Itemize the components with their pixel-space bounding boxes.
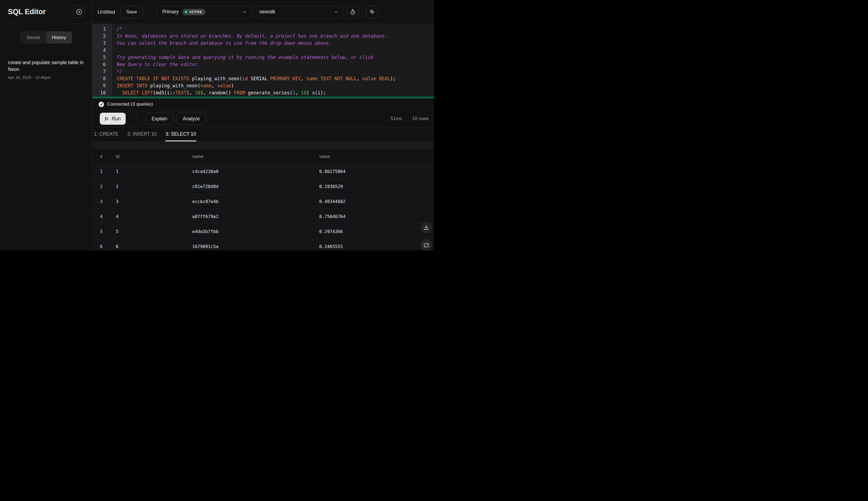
- table-row: 55e4da3b7fbb0.2974366: [92, 224, 434, 239]
- code-line[interactable]: 2In Neon, databases are stored on branch…: [92, 32, 434, 40]
- table-body: 11c4ca4238a00.8627586422c81e728d9d0.1936…: [92, 164, 434, 250]
- sidebar-tab-saved[interactable]: Saved: [20, 31, 46, 44]
- code-line-text: You can select the branch and database t…: [112, 40, 331, 47]
- query-history-button[interactable]: [347, 6, 359, 18]
- table-row: 22c81e728d9d0.1936529: [92, 179, 434, 194]
- code-line-text: */: [112, 68, 122, 75]
- line-number: 5: [92, 54, 112, 61]
- code-line-text: /*: [112, 25, 122, 32]
- explain-button[interactable]: Explain: [145, 113, 173, 125]
- sidebar: SQL Editor SavedHistory create and popul…: [0, 0, 92, 250]
- row-index-cell: 4: [92, 209, 110, 224]
- code-line[interactable]: 10 SELECT LEFT(md5(i::TEXT), 10), random…: [92, 89, 434, 96]
- topbar-divider: [362, 0, 362, 24]
- sql-editor-app: SQL Editor SavedHistory create and popul…: [0, 0, 434, 250]
- database-select[interactable]: neondb: [254, 6, 343, 18]
- table-row: 661679091c5a0.2465555: [92, 239, 434, 250]
- line-number: 4: [92, 47, 112, 54]
- line-number: 10: [92, 89, 112, 96]
- line-number: 3: [92, 40, 112, 47]
- line-number: 7: [92, 68, 112, 75]
- branch-select[interactable]: Primary ACTIVE: [157, 6, 251, 18]
- code-line[interactable]: 4: [92, 47, 434, 54]
- row-index-cell: 2: [92, 179, 110, 194]
- column-header-name: name: [187, 154, 314, 159]
- editor-topbar: Untitled Save Primary ACTIVE neondb: [92, 0, 434, 24]
- history-list: create and populate sample table in Neon…: [0, 52, 92, 80]
- result-tab-1[interactable]: 1: CREATE: [94, 127, 119, 141]
- connection-status-row: Connected (3 queries): [92, 98, 434, 110]
- analyze-button[interactable]: Analyze: [176, 113, 206, 125]
- sparkle-icon: [368, 9, 375, 15]
- code-line-text: INSERT INTO playing_with_neon(name, valu…: [112, 82, 234, 89]
- result-tab-3[interactable]: 3: SELECT 10: [165, 127, 196, 141]
- history-item-timestamp: Apr 16, 2025 - 10:46pm: [8, 75, 87, 80]
- sidebar-header: SQL Editor: [0, 0, 92, 24]
- main-panel: Untitled Save Primary ACTIVE neondb: [92, 0, 434, 250]
- chevron-down-icon: [334, 11, 338, 13]
- download-icon: [423, 225, 429, 231]
- row-index-cell: 1: [92, 164, 110, 179]
- table-cell: c81e728d9d: [187, 184, 314, 189]
- play-icon: [105, 117, 109, 121]
- column-header-id: id: [110, 154, 187, 159]
- ai-assist-button[interactable]: [366, 6, 378, 18]
- table-cell: 1679091c5a: [187, 244, 314, 249]
- code-line[interactable]: 7*/: [92, 68, 434, 75]
- table-cell: eccbc87e4b: [187, 199, 314, 204]
- table-header-row: # id name value: [92, 149, 434, 164]
- line-number: 2: [92, 32, 112, 40]
- query-row-count: 10 rows: [412, 116, 429, 121]
- download-results-button[interactable]: [420, 222, 432, 234]
- code-editor[interactable]: 1/*2In Neon, databases are stored on bra…: [92, 24, 434, 97]
- result-tab-2[interactable]: 2: INSERT 10: [127, 127, 157, 141]
- query-meta: 51ms 10 rows: [391, 116, 429, 121]
- line-number: 8: [92, 75, 112, 82]
- table-cell: 0.2974366: [314, 229, 434, 234]
- active-statement-highlight: [92, 97, 434, 98]
- table-cell: 6: [110, 244, 187, 249]
- code-lines: 1/*2In Neon, databases are stored on bra…: [92, 25, 434, 96]
- line-number: 1: [92, 25, 112, 32]
- active-status-dot: [185, 11, 187, 13]
- query-title: Untitled: [98, 9, 115, 15]
- expand-results-button[interactable]: [420, 239, 432, 250]
- result-tabs: 1: CREATE2: INSERT 103: SELECT 10: [92, 127, 434, 142]
- history-item[interactable]: create and populate sample table in Neon…: [8, 59, 87, 80]
- code-line[interactable]: 9INSERT INTO playing_with_neon(name, val…: [92, 82, 434, 89]
- save-button[interactable]: Save: [120, 6, 143, 18]
- table-cell: 0.40344602: [314, 199, 434, 204]
- code-line-text: SELECT LEFT(md5(i::TEXT), 10), random() …: [112, 89, 326, 96]
- run-label: Run: [111, 116, 121, 122]
- code-line[interactable]: 5Try generating sample data and querying…: [92, 54, 434, 61]
- code-line[interactable]: 3You can select the branch and database …: [92, 40, 434, 47]
- new-query-button[interactable]: [73, 6, 85, 18]
- table-cell: 5: [110, 229, 187, 234]
- page-title: SQL Editor: [8, 8, 46, 16]
- table-cell: 1: [110, 169, 187, 174]
- code-line[interactable]: 8CREATE TABLE IF NOT EXISTS playing_with…: [92, 75, 434, 82]
- sidebar-tab-history[interactable]: History: [46, 31, 72, 44]
- code-line[interactable]: 6New Query to clear the editor.: [92, 61, 434, 68]
- table-row: 33eccbc87e4b0.40344602: [92, 194, 434, 209]
- actions-divider: [137, 113, 138, 124]
- code-line-text: Try generating sample data and querying …: [112, 54, 373, 61]
- code-line[interactable]: 1/*: [92, 25, 434, 32]
- sidebar-tabs-section: SavedHistory: [0, 24, 92, 52]
- stopwatch-icon: [350, 9, 356, 15]
- table-cell: e4da3b7fbb: [187, 229, 314, 234]
- branch-status-badge: ACTIVE: [182, 9, 206, 15]
- chevron-down-icon: [243, 11, 246, 13]
- row-index-cell: 5: [92, 224, 110, 239]
- line-number: 6: [92, 61, 112, 68]
- table-cell: 0.75646764: [314, 214, 434, 219]
- database-name: neondb: [259, 9, 275, 15]
- results-table: # id name value 11c4ca4238a00.8627586422…: [92, 149, 434, 250]
- branch-name: Primary: [162, 9, 178, 15]
- connection-status-text: Connected (3 queries): [107, 102, 153, 107]
- code-line-text: CREATE TABLE IF NOT EXISTS playing_with_…: [112, 75, 396, 82]
- active-status-label: ACTIVE: [189, 10, 202, 14]
- history-item-title: create and populate sample table in Neon: [8, 59, 87, 73]
- run-button[interactable]: Run: [100, 113, 126, 125]
- expand-icon: [423, 242, 430, 248]
